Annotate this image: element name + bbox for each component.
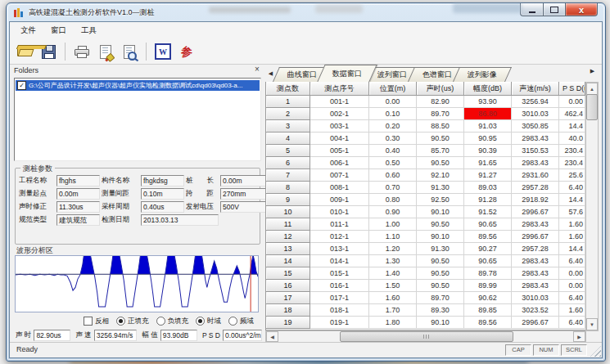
parameters-button[interactable]: 参 <box>177 42 197 61</box>
param-value[interactable]: 0.00m <box>220 175 266 186</box>
column-header[interactable]: P S D(us <box>559 82 585 96</box>
table-cell[interactable]: 2957.28 <box>512 182 559 194</box>
table-cell[interactable]: 85.70 <box>417 145 464 157</box>
table-cell[interactable]: 89.70 <box>417 292 464 304</box>
table-cell[interactable]: 002-1 <box>310 108 369 120</box>
table-cell[interactable]: 0.50 <box>369 157 417 169</box>
table-cell[interactable]: 88.50 <box>417 120 464 133</box>
table-row[interactable]: 19019-11.8090.1089.562996.676.40 <box>266 317 585 329</box>
open-button[interactable] <box>15 42 34 61</box>
table-row[interactable]: 18018-11.7089.3089.853023.521.60 <box>266 304 585 317</box>
param-value[interactable]: 11.30us <box>56 201 100 213</box>
export-tool-button[interactable] <box>96 42 115 61</box>
option-radio[interactable]: 正填充 <box>116 317 149 326</box>
param-value[interactable]: 0.10m <box>141 188 184 200</box>
table-cell[interactable]: 1.70 <box>369 304 417 317</box>
table-cell[interactable]: 89.99 <box>464 280 512 292</box>
table-cell[interactable]: 019-1 <box>310 317 369 329</box>
table-cell[interactable]: 89.56 <box>464 317 512 329</box>
readout-field[interactable]: 93.90dB <box>160 330 197 341</box>
row-number-cell[interactable]: 9 <box>266 194 310 206</box>
table-cell[interactable]: 2996.67 <box>512 317 559 329</box>
table-cell[interactable]: 2983.43 <box>512 255 559 267</box>
row-number-cell[interactable]: 10 <box>266 206 310 218</box>
panel-close-icon[interactable]: × <box>252 65 262 75</box>
table-cell[interactable]: 2957.28 <box>512 243 559 255</box>
row-number-cell[interactable]: 13 <box>266 243 310 255</box>
table-cell[interactable]: 6.40 <box>559 292 585 304</box>
table-cell[interactable]: 1.60 <box>559 218 585 231</box>
param-value[interactable]: fhgkdsg <box>141 175 184 186</box>
readout-field[interactable]: 82.90us <box>34 330 70 341</box>
table-cell[interactable]: 90.10 <box>417 317 464 329</box>
data-table[interactable]: 测点数测点序号位置(m)声时(us)幅度(dB)声速(m/s)P S D(us1… <box>265 82 586 330</box>
table-cell[interactable]: 91.27 <box>464 169 512 182</box>
table-cell[interactable]: 0.00 <box>559 267 585 280</box>
table-cell[interactable]: 1.30 <box>369 255 417 267</box>
table-cell[interactable]: 2983.43 <box>512 157 559 169</box>
table-cell[interactable]: 009-1 <box>310 194 369 206</box>
table-row[interactable]: 9009-10.8092.5091.282918.9214.4 <box>266 194 585 206</box>
vertical-scrollbar[interactable]: ▲ ▼ <box>585 82 599 331</box>
table-cell[interactable]: 0.10 <box>369 108 417 120</box>
table-cell[interactable]: 91.30 <box>417 243 464 255</box>
table-cell[interactable]: 90.95 <box>464 133 512 145</box>
table-cell[interactable]: 90.50 <box>417 133 464 145</box>
table-cell[interactable]: 2996.67 <box>512 206 559 218</box>
table-row[interactable]: 1001-10.0082.9093.903256.940.00 <box>266 96 585 108</box>
table-cell[interactable]: 0.20 <box>369 120 417 133</box>
table-cell[interactable]: 25.6 <box>559 169 585 182</box>
invert-checkbox[interactable]: 反相 <box>84 317 109 326</box>
print-preview-button[interactable] <box>120 42 139 61</box>
table-cell[interactable]: 0.40 <box>369 145 417 157</box>
print-button[interactable] <box>72 42 92 61</box>
table-cell[interactable]: 3010.03 <box>512 108 559 120</box>
table-row[interactable]: 14014-11.3090.5090.652983.436.40 <box>266 255 585 267</box>
param-value[interactable]: fhghs <box>56 175 100 186</box>
table-cell[interactable]: 2931.60 <box>512 169 559 182</box>
row-number-cell[interactable]: 18 <box>266 304 310 317</box>
table-row[interactable]: 12012-11.1090.1089.562996.671.60 <box>266 231 585 243</box>
table-cell[interactable]: 014-1 <box>310 255 369 267</box>
param-value[interactable]: 2013.03.13 <box>141 214 219 226</box>
table-row[interactable]: 6006-10.5090.5091.652983.43230.4 <box>266 157 585 169</box>
table-cell[interactable]: 0.00 <box>369 96 417 108</box>
table-cell[interactable]: 2983.43 <box>512 218 559 231</box>
table-cell[interactable]: 90.50 <box>417 267 464 280</box>
table-cell[interactable]: 90.50 <box>417 255 464 267</box>
table-cell[interactable]: 86.80 <box>464 108 512 120</box>
readout-field[interactable]: 3256.94m/s <box>94 330 138 341</box>
row-number-cell[interactable]: 7 <box>266 169 310 182</box>
table-cell[interactable]: 14.4 <box>559 194 585 206</box>
table-cell[interactable]: 3150.53 <box>512 145 559 157</box>
maximize-button[interactable] <box>543 3 566 16</box>
param-value[interactable]: 270mm <box>220 188 266 200</box>
table-cell[interactable]: 3050.85 <box>512 120 559 133</box>
table-cell[interactable]: 1.00 <box>369 218 417 231</box>
table-cell[interactable]: 1.60 <box>559 304 585 317</box>
table-cell[interactable]: 0.80 <box>369 194 417 206</box>
table-cell[interactable]: 91.03 <box>464 120 512 133</box>
table-cell[interactable]: 92.50 <box>417 194 464 206</box>
table-cell[interactable]: 1.10 <box>369 231 417 243</box>
table-cell[interactable]: 93.90 <box>464 96 512 108</box>
column-header[interactable]: 声速(m/s) <box>512 82 559 96</box>
table-cell[interactable]: 89.70 <box>417 108 464 120</box>
table-cell[interactable]: 230.4 <box>559 157 585 169</box>
table-cell[interactable]: 6.40 <box>559 182 585 194</box>
table-cell[interactable]: 40.0 <box>559 133 585 145</box>
table-cell[interactable]: 1.20 <box>369 243 417 255</box>
table-cell[interactable]: 89.78 <box>464 267 512 280</box>
table-row[interactable]: 5005-10.4085.7090.393150.53230.4 <box>266 145 585 157</box>
table-cell[interactable]: 89.56 <box>464 231 512 243</box>
table-cell[interactable]: 82.90 <box>417 96 464 108</box>
tab-2[interactable]: 数据窗口 <box>317 65 377 82</box>
table-cell[interactable]: 1.50 <box>369 280 417 292</box>
table-cell[interactable]: 013-1 <box>310 243 369 255</box>
table-cell[interactable]: 1.60 <box>559 231 585 243</box>
row-number-cell[interactable]: 19 <box>266 317 310 329</box>
table-cell[interactable]: 2983.43 <box>512 267 559 280</box>
table-cell[interactable]: 90.50 <box>417 157 464 169</box>
horizontal-scrollbar[interactable]: ◀ ▶ <box>265 330 586 343</box>
row-number-cell[interactable]: 1 <box>266 96 310 108</box>
